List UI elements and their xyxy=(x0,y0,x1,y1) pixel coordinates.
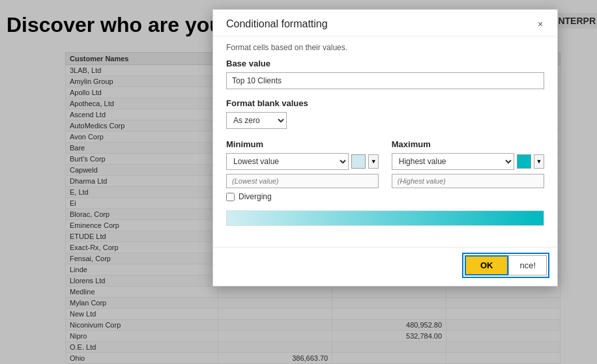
maximum-color-swatch[interactable] xyxy=(517,154,531,169)
minimum-color-arrow[interactable]: ▼ xyxy=(368,154,379,169)
gradient-preview-bar xyxy=(226,210,544,226)
base-value-label: Base value xyxy=(226,59,544,68)
cancel-button[interactable]: nce! xyxy=(508,255,547,275)
maximum-type-select[interactable]: Highest value Number Percent Percentile … xyxy=(392,153,514,170)
minimum-value-input[interactable] xyxy=(226,174,379,188)
diverging-checkbox[interactable] xyxy=(226,193,235,201)
conditional-formatting-dialog: Conditional formatting × Format cells ba… xyxy=(212,9,558,287)
diverging-row: Diverging xyxy=(226,192,544,201)
min-max-row: Minimum Lowest value Number Percent Perc… xyxy=(226,139,544,188)
close-button[interactable]: × xyxy=(534,18,547,31)
minimum-label: Minimum xyxy=(226,139,379,149)
dialog-subtitle: Format cells based on their values. xyxy=(226,43,544,52)
dialog-titlebar: Conditional formatting × xyxy=(213,10,557,36)
maximum-control-row: Highest value Number Percent Percentile … xyxy=(392,153,544,170)
base-value-input[interactable] xyxy=(226,72,544,89)
format-blank-label: Format blank values xyxy=(226,98,544,108)
format-blank-select[interactable]: As zero As missing xyxy=(226,112,287,129)
format-blank-row: As zero As missing xyxy=(226,112,544,129)
minimum-color-swatch[interactable] xyxy=(351,154,366,169)
maximum-label: Maximum xyxy=(392,139,544,149)
maximum-value-input[interactable] xyxy=(392,174,544,188)
dialog-body: Format cells based on their values. Base… xyxy=(213,36,557,247)
dialog-title: Conditional formatting xyxy=(226,18,328,30)
maximum-section: Maximum Highest value Number Percent Per… xyxy=(392,139,544,188)
dialog-footer: OK nce! xyxy=(213,247,557,286)
ok-cancel-wrapper: OK nce! xyxy=(462,253,549,278)
maximum-color-arrow[interactable]: ▼ xyxy=(534,154,544,169)
minimum-control-row: Lowest value Number Percent Percentile F… xyxy=(226,153,379,170)
ok-button[interactable]: OK xyxy=(465,255,509,275)
minimum-type-select[interactable]: Lowest value Number Percent Percentile F… xyxy=(226,153,349,170)
diverging-label: Diverging xyxy=(239,192,272,201)
minimum-section: Minimum Lowest value Number Percent Perc… xyxy=(226,139,379,188)
